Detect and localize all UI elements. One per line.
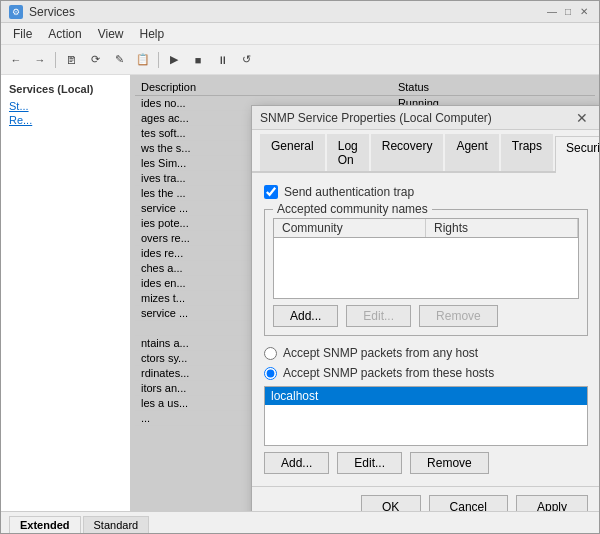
accept-any-radio[interactable] — [264, 347, 277, 360]
maximize-button[interactable]: □ — [561, 5, 575, 19]
rights-col-header: Rights — [426, 219, 578, 237]
forward-button[interactable]: → — [29, 49, 51, 71]
menu-help[interactable]: Help — [132, 25, 173, 43]
menu-file[interactable]: File — [5, 25, 40, 43]
community-names-legend: Accepted community names — [273, 202, 432, 216]
sidebar-title: Services (Local) — [1, 79, 130, 99]
toolbar: ← → 🖹 ⟳ ✎ 📋 ▶ ■ ⏸ ↺ — [1, 45, 599, 75]
minimize-button[interactable]: — — [545, 5, 559, 19]
tab-logon[interactable]: Log On — [327, 134, 369, 171]
cancel-button[interactable]: Cancel — [429, 495, 508, 511]
ok-button[interactable]: OK — [361, 495, 421, 511]
tab-standard[interactable]: Standard — [83, 516, 150, 533]
start-button[interactable]: ▶ — [163, 49, 185, 71]
properties-button[interactable]: 📋 — [132, 49, 154, 71]
view-button[interactable]: 🖹 — [60, 49, 82, 71]
tab-general[interactable]: General — [260, 134, 325, 171]
apply-button[interactable]: Apply — [516, 495, 588, 511]
remove-host-button[interactable]: Remove — [410, 452, 489, 474]
pause-button[interactable]: ⏸ — [211, 49, 233, 71]
dialog-close-button[interactable]: ✕ — [572, 108, 592, 128]
add-community-button[interactable]: Add... — [273, 305, 338, 327]
dialog-footer: OK Cancel Apply — [252, 486, 599, 511]
host-item-localhost[interactable]: localhost — [265, 387, 587, 405]
toolbar-separator-1 — [55, 52, 56, 68]
remove-community-button[interactable]: Remove — [419, 305, 498, 327]
accept-these-row: Accept SNMP packets from these hosts — [264, 366, 588, 380]
add-host-button[interactable]: Add... — [264, 452, 329, 474]
main-window: ⚙ Services — □ ✕ File Action View Help ←… — [0, 0, 600, 534]
main-content: Description Status ides no... Running ag… — [131, 75, 599, 511]
back-button[interactable]: ← — [5, 49, 27, 71]
community-list-view[interactable]: Community Rights — [273, 218, 579, 299]
community-buttons: Add... Edit... Remove — [273, 305, 579, 327]
community-list-body — [274, 238, 578, 298]
edit-community-button[interactable]: Edit... — [346, 305, 411, 327]
accept-any-row: Accept SNMP packets from any host — [264, 346, 588, 360]
hosts-buttons: Add... Edit... Remove — [264, 452, 588, 474]
title-bar-controls: — □ ✕ — [545, 5, 591, 19]
content-area: Services (Local) St... Re... Description… — [1, 75, 599, 511]
sidebar: Services (Local) St... Re... — [1, 75, 131, 511]
send-auth-trap-row: Send authentication trap — [264, 185, 588, 199]
dialog-body: Send authentication trap Accepted commun… — [252, 173, 599, 486]
community-list-header: Community Rights — [274, 219, 578, 238]
community-col-header: Community — [274, 219, 426, 237]
bottom-tab-bar: Extended Standard — [1, 511, 599, 533]
close-button[interactable]: ✕ — [577, 5, 591, 19]
accept-these-radio[interactable] — [264, 367, 277, 380]
accept-these-label: Accept SNMP packets from these hosts — [283, 366, 494, 380]
accept-any-label: Accept SNMP packets from any host — [283, 346, 478, 360]
hosts-list[interactable]: localhost — [264, 386, 588, 446]
title-bar-left: ⚙ Services — [9, 5, 75, 19]
send-auth-trap-checkbox[interactable] — [264, 185, 278, 199]
tab-agent[interactable]: Agent — [445, 134, 498, 171]
stop-button[interactable]: ■ — [187, 49, 209, 71]
title-bar: ⚙ Services — □ ✕ — [1, 1, 599, 23]
menu-bar: File Action View Help — [1, 23, 599, 45]
tab-extended[interactable]: Extended — [9, 516, 81, 533]
sidebar-link-2[interactable]: Re... — [1, 113, 130, 127]
send-auth-trap-label: Send authentication trap — [284, 185, 414, 199]
dialog-title: SNMP Service Properties (Local Computer) — [260, 111, 492, 125]
restart-button[interactable]: ↺ — [235, 49, 257, 71]
sidebar-link-1[interactable]: St... — [1, 99, 130, 113]
modal-overlay: SNMP Service Properties (Local Computer)… — [131, 75, 599, 511]
toolbar-separator-2 — [158, 52, 159, 68]
dialog-tab-bar: General Log On Recovery Agent Traps Secu… — [252, 130, 599, 173]
snmp-properties-dialog: SNMP Service Properties (Local Computer)… — [251, 105, 599, 511]
menu-action[interactable]: Action — [40, 25, 89, 43]
app-icon: ⚙ — [9, 5, 23, 19]
menu-view[interactable]: View — [90, 25, 132, 43]
community-names-group: Accepted community names Community Right… — [264, 209, 588, 336]
refresh-button[interactable]: ⟳ — [84, 49, 106, 71]
window-title: Services — [29, 5, 75, 19]
edit-button[interactable]: ✎ — [108, 49, 130, 71]
tab-traps[interactable]: Traps — [501, 134, 553, 171]
tab-security[interactable]: Security — [555, 136, 599, 173]
tab-recovery[interactable]: Recovery — [371, 134, 444, 171]
dialog-title-bar: SNMP Service Properties (Local Computer)… — [252, 106, 599, 130]
edit-host-button[interactable]: Edit... — [337, 452, 402, 474]
